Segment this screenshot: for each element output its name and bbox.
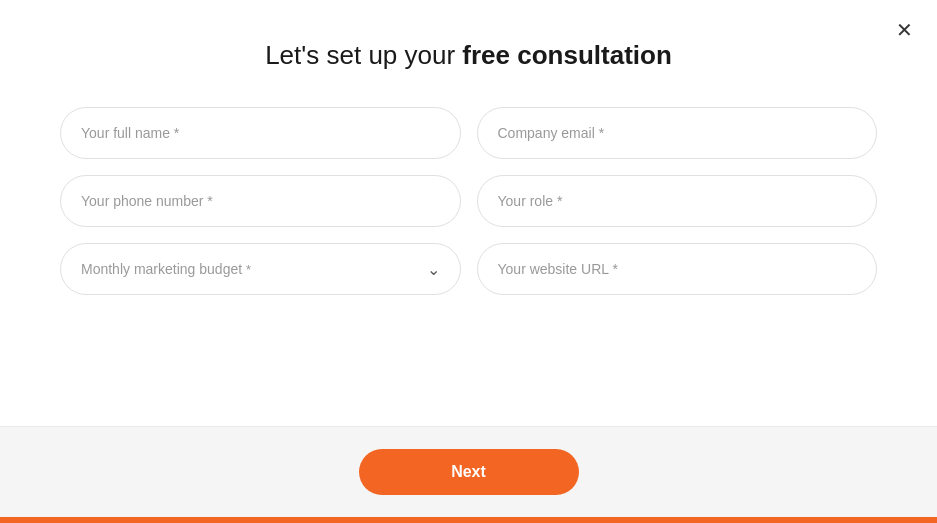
budget-select[interactable]: Monthly marketing budget * ⌄: [60, 243, 461, 295]
close-icon: ✕: [896, 19, 913, 41]
next-button[interactable]: Next: [359, 449, 579, 495]
field-website: [477, 243, 878, 295]
field-name: [60, 107, 461, 159]
email-input[interactable]: [477, 107, 878, 159]
field-email: [477, 107, 878, 159]
field-phone: [60, 175, 461, 227]
role-input[interactable]: [477, 175, 878, 227]
name-input[interactable]: [60, 107, 461, 159]
field-role: [477, 175, 878, 227]
orange-bar: [0, 517, 937, 523]
form-grid: Monthly marketing budget * ⌄: [60, 107, 877, 295]
phone-input[interactable]: [60, 175, 461, 227]
website-input[interactable]: [477, 243, 878, 295]
modal-footer: Next: [0, 426, 937, 517]
field-budget: Monthly marketing budget * ⌄: [60, 243, 461, 295]
modal-title: Let's set up your free consultation: [60, 40, 877, 71]
budget-label: Monthly marketing budget *: [81, 261, 251, 277]
title-bold: free consultation: [462, 40, 671, 70]
chevron-down-icon: ⌄: [427, 260, 440, 279]
close-button[interactable]: ✕: [892, 16, 917, 44]
modal-container: ✕ Let's set up your free consultation: [0, 0, 937, 523]
title-normal: Let's set up your: [265, 40, 462, 70]
modal-body: Let's set up your free consultation: [0, 0, 937, 426]
